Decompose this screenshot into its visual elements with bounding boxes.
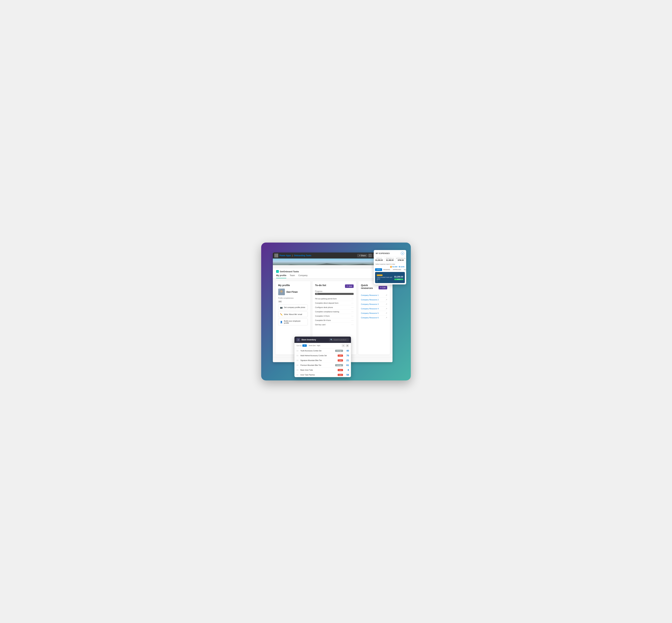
resource-arrow-3: ↗ — [386, 303, 387, 305]
resource-item-1[interactable]: Company Resource 1 ↗ — [361, 293, 387, 298]
resource-item-5[interactable]: Company Resource 5 ↗ — [361, 311, 387, 316]
expenses-filter-row: Select expense report to view — [374, 262, 406, 266]
list-view-icon[interactable]: ≡ — [342, 344, 345, 347]
stat-pending-value: $1,490.00 — [385, 259, 394, 261]
stock-badge-4: Average — [335, 364, 343, 366]
stock-badge-2: Low — [338, 355, 343, 357]
expense-tab-open[interactable]: OPEN — [375, 268, 382, 271]
todo-dots-7[interactable]: ··· — [351, 323, 354, 326]
expense-tabs: OPEN PENDING APPROVED ALL — [374, 268, 406, 272]
inventory-filters: Sort by All Stock (low - high) ≡ ⊞ — [295, 343, 351, 348]
expense-amount: $3,200.00 — [394, 276, 403, 278]
user-avatar-panel — [278, 289, 285, 295]
expense-stat-pending: PENDING (1) $1,490.00 — [385, 257, 395, 262]
camera-icon: 📷 — [280, 306, 283, 309]
expense-number: 4 — [377, 280, 394, 282]
row-count-4: 61 — [344, 364, 349, 366]
inventory-row-2: Adult Helmet Accessory Combo Set Low 70 — [295, 353, 351, 358]
resource-arrow-6: ↗ — [386, 317, 387, 319]
todo-dots-5[interactable]: ··· — [351, 315, 354, 317]
grid-view-icon[interactable]: ⊞ — [346, 344, 349, 347]
profile-action-photo[interactable]: 📷 Set company profile photo — [278, 304, 308, 310]
app-logo: G GetOnboard Tasks — [276, 270, 389, 273]
expenses-title: MY EXPENSES — [376, 253, 390, 254]
expenses-card: MY EXPENSES + OPEN (1) $3,200.00 PENDING… — [374, 250, 406, 285]
view-icons: ≡ ⊞ — [342, 344, 349, 347]
expense-tab-approved[interactable]: APPROVED — [392, 268, 402, 271]
resource-item-6[interactable]: Company Resource 6 ↗ — [361, 316, 387, 320]
resource-item-2[interactable]: Company Resource 2 ↗ — [361, 298, 387, 302]
person-icon: 👤 — [280, 321, 283, 323]
profile-action-email[interactable]: ✏️ Write 'About Me' email — [278, 312, 308, 317]
inventory-row-4: Premium Mountain Bike Tire Average 61 — [295, 363, 351, 368]
tab-my-profile[interactable]: My profile — [276, 274, 286, 278]
stock-badge-5: Low — [338, 369, 343, 371]
expense-stat-open: OPEN (1) $3,200.00 — [374, 257, 385, 262]
todo-item-7: Get key card ··· — [315, 323, 354, 327]
row-count-6: 58 — [344, 374, 349, 376]
date-button[interactable]: 🗓 DATE — [399, 266, 404, 268]
stat-pending-label: PENDING (1) — [385, 258, 394, 259]
todo-dots-3[interactable]: ··· — [351, 306, 354, 308]
progress-label: Progress — [315, 290, 354, 292]
expense-tab-pending[interactable]: PENDING — [382, 268, 392, 271]
edit-icon: ✏️ — [280, 313, 283, 316]
user-name: Dan Finan — [286, 291, 298, 293]
completeness-badge: 0% — [278, 300, 282, 302]
todo-dots-4[interactable]: ··· — [351, 310, 354, 313]
logo-text: GetOnboard Tasks — [280, 270, 299, 273]
stat-approved-value: $780.00 — [396, 259, 405, 261]
tab-team[interactable]: Team — [290, 274, 295, 278]
expense-status-badge: OPEN — [394, 278, 403, 280]
expenses-header: MY EXPENSES + — [374, 250, 406, 257]
row-count-2: 70 — [344, 354, 349, 357]
inventory-title-wrap: ⊞ Store Inventory — [297, 338, 316, 342]
filter-button[interactable]: 🔽 FILTER — [390, 266, 397, 268]
todo-edit-button[interactable]: ✏ Edit — [345, 285, 354, 288]
resource-item-3[interactable]: Company Resource 3 ↗ — [361, 302, 387, 306]
todo-dots-6[interactable]: ··· — [351, 319, 354, 322]
filter-stock[interactable]: Stock (low - high) — [307, 345, 322, 347]
expense-tab-all[interactable]: ALL — [402, 268, 406, 271]
fullscreen-icon[interactable]: ⛶ — [368, 254, 372, 257]
search-icon: 🔍 — [330, 339, 333, 341]
inventory-title: Store Inventory — [301, 338, 316, 341]
drag-handle-4 — [297, 365, 299, 366]
row-name-2: Adult Helmet Accessory Combo Set — [301, 355, 338, 357]
action-email-label: Write 'About Me' email — [284, 313, 302, 315]
inventory-card: ⊞ Store Inventory 🔍 Search a product Sor… — [295, 336, 351, 377]
outer-frame: Power Apps | Onboarding Tasks ↗ Share ⛶ … — [261, 242, 411, 381]
drag-handle-5 — [297, 369, 299, 370]
resources-title: Quick resources — [361, 284, 379, 289]
filter-all[interactable]: All — [302, 345, 307, 347]
grid-icon[interactable] — [275, 254, 278, 257]
row-count-5: 8 — [344, 369, 349, 371]
profile-panel-title: My profile — [278, 284, 308, 287]
expense-entry[interactable]: 1/9/2024 Client hosted meet and greet 4 … — [375, 272, 405, 283]
resource-item-4[interactable]: Company Resource 4 ↗ — [361, 306, 387, 311]
todo-dots-1[interactable]: ··· — [351, 297, 354, 300]
tab-company[interactable]: Company — [298, 274, 308, 278]
row-name-4: Premium Mountain Bike Tire — [301, 364, 335, 366]
share-button[interactable]: ↗ Share — [357, 254, 367, 257]
completeness-label: Profile completeness — [278, 297, 308, 299]
action-photo-label: Set company profile photo — [284, 306, 305, 308]
section-label: Onboarding Tasks — [294, 254, 311, 257]
inventory-icon: ⊞ — [297, 338, 300, 342]
inventory-row-1: Youth Accessory Combo Set Average 40 — [295, 348, 351, 353]
resource-arrow-5: ↗ — [386, 312, 387, 314]
drag-handle-1 — [297, 350, 299, 351]
profile-action-employee[interactable]: 👤 Build your employee profile — [278, 319, 308, 325]
expenses-add-button[interactable]: + — [401, 252, 404, 255]
resources-panel: Quick resources ✏ Edit Company Resource … — [358, 281, 390, 355]
todo-dots-2[interactable]: ··· — [351, 302, 354, 304]
resources-edit-button[interactable]: ✏ Edit — [379, 286, 387, 289]
logo-icon: G — [276, 270, 279, 273]
resource-arrow-4: ↗ — [386, 307, 387, 310]
row-count-1: 40 — [344, 349, 349, 352]
inventory-search[interactable]: 🔍 Search a product — [329, 338, 349, 342]
profile-user: Dan Finan — [278, 289, 308, 295]
stat-open-value: $3,200.00 — [374, 259, 384, 261]
drag-handle-6 — [297, 374, 299, 376]
sort-label: Sort by — [297, 345, 302, 347]
